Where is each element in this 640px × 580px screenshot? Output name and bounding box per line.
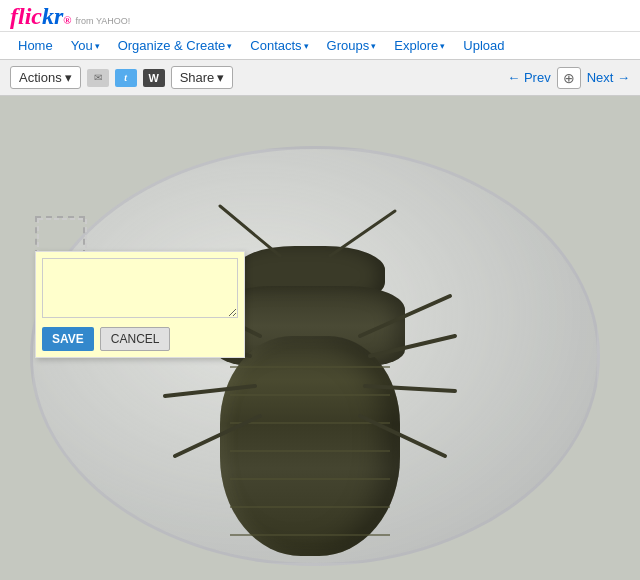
explore-dropdown-arrow: ▾ bbox=[440, 41, 445, 51]
nav-home[interactable]: Home bbox=[10, 34, 61, 57]
toolbar-right: ← Prev ⊕ Next → bbox=[507, 67, 630, 89]
note-textarea[interactable] bbox=[42, 258, 238, 318]
svg-line-4 bbox=[360, 296, 450, 336]
svg-line-5 bbox=[370, 336, 455, 356]
svg-line-3 bbox=[175, 416, 260, 456]
toolbar: Actions ▾ ✉ t W Share ▾ ← Prev ⊕ Next → bbox=[0, 60, 640, 96]
yahoo-label: from YAHOO! bbox=[76, 16, 131, 26]
flickr-logo: flickr® from YAHOO! bbox=[10, 3, 130, 30]
svg-line-2 bbox=[165, 386, 255, 396]
zoom-button[interactable]: ⊕ bbox=[557, 67, 581, 89]
nav-contacts[interactable]: Contacts ▾ bbox=[242, 34, 316, 57]
organize-dropdown-arrow: ▾ bbox=[227, 41, 232, 51]
toolbar-left: Actions ▾ ✉ t W Share ▾ bbox=[10, 66, 233, 89]
photo-area: SAVE CANCEL bbox=[0, 96, 640, 580]
twitter-share-icon[interactable]: t bbox=[115, 69, 137, 87]
nav-upload[interactable]: Upload bbox=[455, 34, 512, 57]
actions-button[interactable]: Actions ▾ bbox=[10, 66, 81, 89]
share-dropdown-arrow: ▾ bbox=[217, 70, 224, 85]
zoom-icon: ⊕ bbox=[563, 70, 575, 86]
nav-explore[interactable]: Explore ▾ bbox=[386, 34, 453, 57]
svg-line-7 bbox=[360, 416, 445, 456]
nav-groups[interactable]: Groups ▾ bbox=[319, 34, 385, 57]
next-button[interactable]: Next → bbox=[587, 70, 630, 85]
nav-you[interactable]: You ▾ bbox=[63, 34, 108, 57]
email-share-icon[interactable]: ✉ bbox=[87, 69, 109, 87]
prev-button[interactable]: ← Prev bbox=[507, 70, 550, 85]
cancel-note-button[interactable]: CANCEL bbox=[100, 327, 171, 351]
actions-dropdown-arrow: ▾ bbox=[65, 70, 72, 85]
header: flickr® from YAHOO! bbox=[0, 0, 640, 32]
svg-line-6 bbox=[365, 386, 455, 391]
save-note-button[interactable]: SAVE bbox=[42, 327, 94, 351]
note-action-buttons: SAVE CANCEL bbox=[42, 327, 238, 351]
annotation-marker bbox=[35, 216, 85, 256]
note-popup: SAVE CANCEL bbox=[35, 251, 245, 358]
contacts-dropdown-arrow: ▾ bbox=[304, 41, 309, 51]
wordpress-share-icon[interactable]: W bbox=[143, 69, 165, 87]
share-button[interactable]: Share ▾ bbox=[171, 66, 234, 89]
nav-organize[interactable]: Organize & Create ▾ bbox=[110, 34, 241, 57]
groups-dropdown-arrow: ▾ bbox=[371, 41, 376, 51]
navbar: Home You ▾ Organize & Create ▾ Contacts … bbox=[0, 32, 640, 60]
you-dropdown-arrow: ▾ bbox=[95, 41, 100, 51]
